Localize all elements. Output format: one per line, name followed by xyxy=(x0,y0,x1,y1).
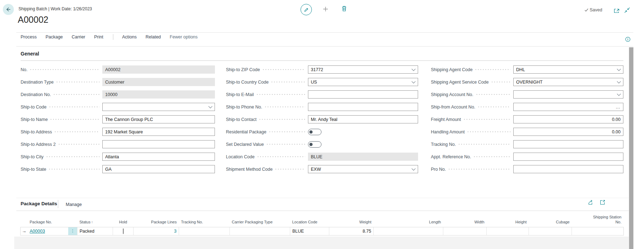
chevron-down-icon[interactable] xyxy=(617,67,621,71)
process-menu[interactable]: Process xyxy=(21,35,37,39)
field-label: Ship-to Contact xyxy=(226,117,308,122)
field-label: Destination No. xyxy=(21,92,102,97)
length-cell[interactable] xyxy=(374,227,443,235)
edit-button[interactable] xyxy=(301,4,312,15)
ship-to-name-field[interactable]: The Cannon Group PLC xyxy=(102,115,215,123)
share-button[interactable] xyxy=(588,200,593,205)
divider xyxy=(16,198,633,198)
new-button[interactable] xyxy=(323,6,329,12)
package-lines-cell[interactable]: 3 xyxy=(134,227,179,235)
handling-amount-field[interactable]: 0.00 xyxy=(513,128,623,136)
expand-grid-button[interactable] xyxy=(600,200,605,205)
residential-package-toggle[interactable] xyxy=(308,129,321,135)
hold-cell[interactable] xyxy=(113,227,134,235)
field-row-ship-to-e-mail: Ship-to E-Mail xyxy=(226,88,418,101)
chevron-down-icon[interactable] xyxy=(412,166,416,170)
length-column-header[interactable]: Length xyxy=(374,214,443,227)
carrier-packaging-type-cell[interactable] xyxy=(230,227,290,235)
shipping-agent-service-code-field[interactable]: OVERNIGHT xyxy=(513,78,623,86)
shipment-method-code-field[interactable]: EXW xyxy=(308,165,418,173)
field-label: Pro No. xyxy=(431,167,513,172)
field-label: Freight Amount xyxy=(431,117,513,122)
status-cell[interactable]: Packed xyxy=(77,227,113,235)
chevron-down-icon[interactable] xyxy=(412,67,416,71)
vertical-scrollbar[interactable] xyxy=(629,47,634,249)
weight-column-header[interactable]: Weight xyxy=(329,214,374,227)
location-code-cell[interactable]: BLUE xyxy=(290,227,329,235)
field-value: US xyxy=(311,80,410,85)
set-declared-value-toggle[interactable] xyxy=(308,141,321,148)
actions-menu[interactable]: Actions xyxy=(122,35,137,39)
delete-button[interactable] xyxy=(341,5,347,12)
general-section-heading[interactable]: General xyxy=(21,51,39,57)
package-menu[interactable]: Package xyxy=(45,35,63,39)
tracking-no-column-header[interactable]: Tracking No. xyxy=(179,214,230,227)
tracking-no-cell[interactable] xyxy=(179,227,230,235)
chevron-down-icon[interactable] xyxy=(617,79,621,83)
scrollbar-thumb[interactable] xyxy=(629,47,633,249)
freight-amount-field[interactable]: 0.00 xyxy=(513,115,623,123)
toggle-knob xyxy=(309,130,313,133)
ship-to-address-2-field[interactable] xyxy=(102,140,215,148)
package-no-cell[interactable]: A00003⋮ xyxy=(28,227,77,235)
location-code-column-header[interactable]: Location Code xyxy=(290,214,329,227)
collapse-button[interactable] xyxy=(624,7,630,13)
cubage-column-header[interactable]: Cubage xyxy=(529,214,572,227)
tracking-no-field[interactable] xyxy=(513,140,623,148)
width-column-header[interactable]: Width xyxy=(443,214,487,227)
ellipsis-icon[interactable]: … xyxy=(616,106,621,108)
dotted-leader xyxy=(467,131,510,132)
ship-to-zip-code-field[interactable]: 31772 xyxy=(308,65,418,74)
carrier-packaging-type-column-header[interactable]: Carrier Packaging Type xyxy=(230,214,290,227)
height-cell[interactable] xyxy=(487,227,529,235)
package-no-column-header[interactable]: Package No. xyxy=(28,214,77,227)
back-button[interactable] xyxy=(3,4,14,15)
package-details-table: Package No.Status↑HoldPackage LinesTrack… xyxy=(20,214,624,235)
package-lines-link[interactable]: 3 xyxy=(174,229,177,234)
ship-from-account-no-field[interactable]: … xyxy=(513,103,623,111)
appt-reference-no-field[interactable] xyxy=(513,153,623,161)
chevron-down-icon[interactable] xyxy=(617,92,621,96)
hold-checkbox[interactable] xyxy=(123,228,124,234)
related-menu[interactable]: Related xyxy=(146,35,161,39)
width-cell[interactable] xyxy=(443,227,487,235)
dotted-leader xyxy=(477,106,510,107)
ship-to-phone-no-field[interactable] xyxy=(308,103,418,111)
shipping-account-no-field[interactable] xyxy=(513,90,623,99)
weight-cell[interactable]: 8.75 xyxy=(329,227,374,235)
ship-to-address-field[interactable]: 192 Market Square xyxy=(102,128,215,136)
field-row-ship-to-address-2: Ship-to Address 2 xyxy=(21,138,215,150)
field-row-ship-from-account-no: Ship-from Account No.… xyxy=(431,101,623,113)
shipping-station-no-cell[interactable] xyxy=(572,227,624,235)
ship-to-state-field[interactable]: GA xyxy=(102,165,215,173)
carrier-menu[interactable]: Carrier xyxy=(72,35,85,39)
manage-menu[interactable]: Manage xyxy=(66,202,82,207)
package-lines-column-header[interactable]: Package Lines xyxy=(134,214,179,227)
info-button[interactable] xyxy=(625,37,631,42)
ship-to-city-field[interactable]: Atlanta xyxy=(102,153,215,161)
field-value: 31772 xyxy=(311,67,410,72)
shipping-station-no-column-header[interactable]: Shipping Station No. xyxy=(572,214,624,227)
ship-to-contact-field[interactable]: Mr. Andy Teal xyxy=(308,115,418,123)
shipping-agent-code-field[interactable]: DHL xyxy=(513,65,623,74)
ship-to-code-field[interactable] xyxy=(102,103,215,111)
print-menu[interactable]: Print xyxy=(94,35,103,39)
field-label: Ship-to ZIP Code xyxy=(226,67,308,72)
height-column-header[interactable]: Height xyxy=(487,214,529,227)
popout-button[interactable] xyxy=(614,8,619,13)
chevron-down-icon[interactable] xyxy=(412,79,416,83)
hold-column-header[interactable]: Hold xyxy=(113,214,134,227)
package-details-heading[interactable]: Package Details xyxy=(21,201,57,206)
ship-to-e-mail-field[interactable] xyxy=(308,90,418,99)
chevron-down-icon[interactable] xyxy=(209,104,212,108)
fewer-options-button[interactable]: Fewer options xyxy=(170,35,198,39)
row-menu-button[interactable]: ⋮ xyxy=(68,227,77,235)
field-value: Atlanta xyxy=(105,154,212,159)
field-label: Shipping Agent Service Code xyxy=(431,80,513,85)
ship-to-country-code-field[interactable]: US xyxy=(308,78,418,86)
field-row-location-code: Location CodeBLUE xyxy=(226,150,418,163)
cubage-cell[interactable] xyxy=(529,227,572,235)
pro-no-field[interactable] xyxy=(513,165,623,173)
package-no-link[interactable]: A00003 xyxy=(30,229,45,234)
status-column-header[interactable]: Status↑ xyxy=(77,214,113,227)
